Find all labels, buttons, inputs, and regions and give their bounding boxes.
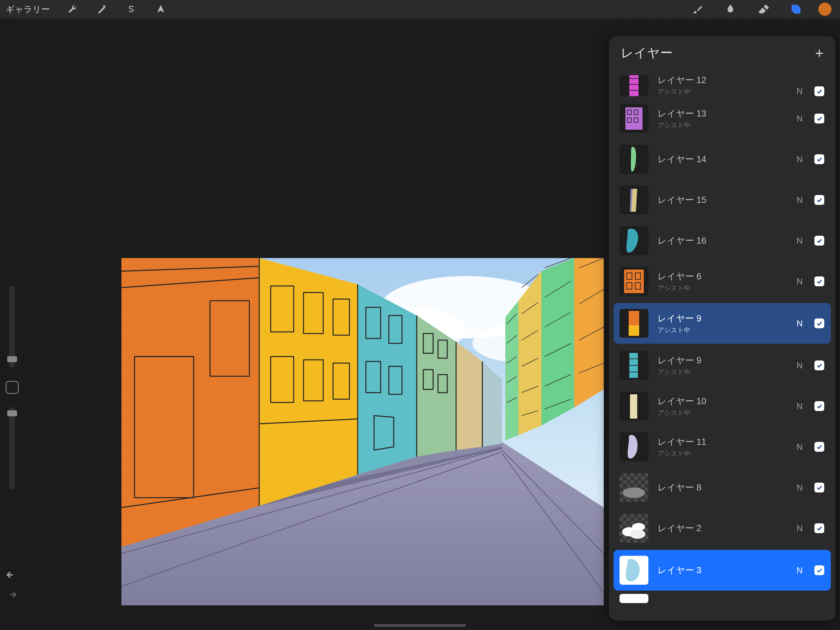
layer-blend-mode[interactable]: N — [794, 442, 805, 452]
layer-blend-mode[interactable]: N — [794, 483, 805, 493]
layer-blend-mode[interactable]: N — [794, 195, 805, 205]
layer-thumbnail[interactable] — [619, 392, 648, 421]
smudge-tool-icon[interactable] — [717, 0, 744, 18]
layer-thumbnail[interactable] — [619, 145, 648, 174]
layer-name-label: レイヤー 9 — [658, 313, 785, 324]
layer-thumbnail[interactable] — [619, 514, 648, 543]
layer-visibility-checkbox[interactable] — [815, 361, 824, 370]
layer-row[interactable]: レイヤー 9アシスト中N — [614, 345, 831, 386]
brush-size-slider[interactable] — [9, 286, 15, 368]
layer-visibility-checkbox[interactable] — [815, 195, 824, 205]
layer-name-label: レイヤー 6 — [658, 271, 785, 282]
artwork-canvas[interactable] — [122, 258, 604, 605]
layer-visibility-checkbox[interactable] — [815, 442, 824, 452]
modify-button[interactable] — [6, 381, 19, 394]
redo-button[interactable] — [6, 590, 17, 600]
layer-text: レイヤー 2 — [658, 522, 785, 534]
layer-thumbnail[interactable] — [619, 75, 648, 96]
layer-visibility-checkbox[interactable] — [815, 236, 824, 245]
layer-text: レイヤー 10アシスト中 — [658, 395, 785, 417]
layer-row[interactable]: レイヤー 2N — [614, 508, 831, 549]
layer-blend-mode[interactable]: N — [794, 86, 805, 96]
layer-blend-mode[interactable]: N — [794, 236, 805, 246]
layer-assist-label: アシスト中 — [658, 87, 785, 96]
selection-s-icon[interactable] — [122, 0, 141, 18]
layer-blend-mode[interactable]: N — [794, 276, 805, 287]
layer-visibility-checkbox[interactable] — [815, 401, 824, 411]
layer-assist-label: アシスト中 — [658, 408, 785, 417]
actions-wrench-icon[interactable] — [62, 0, 82, 18]
layer-blend-mode[interactable]: N — [794, 565, 805, 576]
svg-point-75 — [630, 530, 646, 539]
layer-visibility-checkbox[interactable] — [815, 523, 824, 533]
layer-text: レイヤー 6アシスト中 — [658, 271, 785, 293]
layer-text: レイヤー 14 — [658, 153, 785, 165]
layer-row[interactable]: レイヤー 3N — [614, 550, 831, 590]
layer-visibility-checkbox[interactable] — [815, 565, 824, 575]
layer-row[interactable]: レイヤー 11アシスト中N — [614, 426, 831, 467]
brush-opacity-knob[interactable] — [7, 410, 17, 416]
layer-row[interactable]: レイヤー 9アシスト中N — [614, 303, 831, 344]
layer-row[interactable]: レイヤー 15N — [614, 180, 831, 220]
svg-rect-66 — [629, 325, 639, 336]
layer-text: レイヤー 15 — [658, 194, 785, 206]
layer-blend-mode[interactable]: N — [794, 401, 805, 412]
layer-name-label: レイヤー 16 — [658, 235, 785, 247]
layer-row[interactable]: レイヤー 16N — [614, 220, 831, 261]
layer-thumbnail[interactable] — [619, 104, 648, 133]
layer-thumbnail[interactable] — [619, 351, 648, 380]
layer-name-label: レイヤー 13 — [658, 108, 785, 119]
active-color-swatch[interactable] — [818, 3, 832, 16]
layer-blend-mode[interactable]: N — [794, 523, 805, 533]
svg-marker-18 — [259, 258, 358, 506]
layer-row[interactable]: レイヤー 10アシスト中N — [614, 386, 831, 426]
undo-redo-group — [6, 570, 17, 600]
layer-row[interactable]: レイヤー 8N — [614, 467, 831, 508]
layer-thumbnail[interactable] — [619, 309, 648, 338]
gallery-button[interactable]: ギャラリー — [6, 4, 50, 15]
layer-text: レイヤー 13アシスト中 — [658, 108, 785, 130]
layer-name-label: レイヤー 12 — [658, 74, 785, 86]
brush-tool-icon[interactable] — [684, 0, 711, 18]
adjustments-wand-icon[interactable] — [92, 0, 112, 18]
layer-blend-mode[interactable]: N — [794, 154, 805, 165]
layers-list[interactable]: レイヤー 12アシスト中Nレイヤー 13アシスト中Nレイヤー 14Nレイヤー 1… — [609, 69, 835, 621]
layer-text: レイヤー 9アシスト中 — [658, 313, 785, 334]
layer-row[interactable] — [614, 592, 831, 605]
undo-button[interactable] — [6, 570, 17, 581]
transform-arrow-icon[interactable] — [151, 0, 171, 18]
layer-blend-mode[interactable]: N — [794, 114, 805, 124]
layer-visibility-checkbox[interactable] — [815, 154, 824, 164]
brush-size-knob[interactable] — [7, 356, 17, 362]
layer-name-label: レイヤー 3 — [658, 564, 785, 576]
layer-row[interactable]: レイヤー 12アシスト中N — [614, 69, 831, 98]
layer-visibility-checkbox[interactable] — [815, 86, 824, 96]
layer-visibility-checkbox[interactable] — [815, 114, 824, 123]
layer-visibility-checkbox[interactable] — [815, 276, 824, 286]
layer-row[interactable]: レイヤー 14N — [614, 139, 831, 180]
eraser-tool-icon[interactable] — [750, 0, 776, 18]
svg-rect-1 — [794, 7, 801, 14]
layers-panel-icon[interactable] — [783, 0, 809, 18]
layer-thumbnail[interactable] — [619, 185, 648, 214]
layer-thumbnail[interactable] — [619, 432, 648, 461]
svg-marker-17 — [122, 258, 259, 547]
layer-thumbnail[interactable] — [619, 226, 648, 255]
layer-blend-mode[interactable]: N — [794, 318, 805, 329]
layer-visibility-checkbox[interactable] — [815, 318, 824, 328]
layer-row[interactable]: レイヤー 6アシスト中N — [614, 261, 831, 302]
layer-thumbnail[interactable] — [619, 267, 648, 296]
layer-row[interactable]: レイヤー 13アシスト中N — [614, 98, 831, 139]
brush-opacity-slider[interactable] — [9, 407, 15, 489]
layer-text: レイヤー 11アシスト中 — [658, 436, 785, 458]
layer-visibility-checkbox[interactable] — [815, 483, 824, 492]
layer-text: レイヤー 16 — [658, 235, 785, 247]
svg-point-72 — [623, 488, 645, 498]
layer-thumbnail[interactable] — [619, 556, 648, 585]
add-layer-button[interactable]: + — [815, 46, 824, 60]
layer-blend-mode[interactable]: N — [794, 361, 805, 370]
layer-name-label: レイヤー 9 — [658, 355, 785, 366]
layer-thumbnail[interactable] — [619, 473, 648, 502]
layer-name-label: レイヤー 10 — [658, 395, 785, 407]
layer-thumbnail[interactable] — [619, 594, 648, 603]
